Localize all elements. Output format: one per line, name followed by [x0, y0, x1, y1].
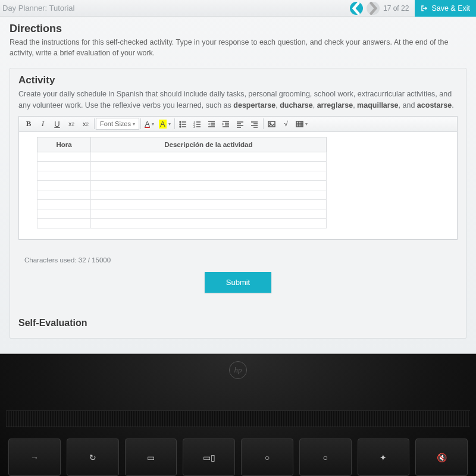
table-icon [296, 120, 303, 128]
svg-point-29 [270, 123, 271, 124]
page-body: Directions Read the instructions for thi… [0, 17, 476, 339]
align-left-button[interactable] [233, 117, 248, 130]
table-row[interactable] [37, 199, 327, 209]
table-header-hora: Hora [37, 137, 91, 152]
table-header-descripcion: Descripción de la actividad [91, 137, 327, 152]
submit-button[interactable]: Submit [205, 272, 271, 293]
superscript-button[interactable]: x2 [64, 117, 79, 130]
number-list-icon: 123 [193, 120, 201, 128]
toolbar-separator [94, 118, 95, 129]
directions-heading: Directions [10, 23, 466, 35]
next-page-button[interactable] [367, 2, 380, 15]
italic-button[interactable]: I [36, 117, 50, 130]
speaker-grille [6, 411, 470, 427]
number-list-button[interactable]: 123 [190, 117, 205, 130]
schedule-table[interactable]: Hora Descripción de la actividad [37, 137, 327, 228]
chevron-left-icon [350, 2, 363, 15]
image-icon [268, 120, 275, 128]
align-right-icon [250, 120, 258, 128]
editor-content[interactable]: Hora Descripción de la actividad [19, 132, 457, 239]
bold-button[interactable]: B [21, 117, 36, 130]
outdent-icon [208, 120, 215, 128]
indent-icon [222, 120, 230, 128]
toolbar-separator [174, 118, 175, 129]
highlight-color-button[interactable]: A [156, 117, 173, 130]
keyboard-key: 🔇 [415, 439, 468, 476]
keyboard-key: ○ [299, 439, 352, 476]
activity-panel: Activity Create your daily schedule in S… [10, 68, 466, 339]
svg-text:3: 3 [193, 125, 195, 128]
keyboard-row: →↻▭▭▯○○✦🔇 [0, 439, 476, 476]
charcount-label: Characters used: [24, 256, 79, 264]
submit-wrap: Submit [18, 272, 458, 293]
exit-icon [421, 5, 428, 12]
keyboard-key: ✦ [358, 439, 410, 476]
keyboard-key: ▭ [125, 439, 177, 476]
table-row[interactable] [37, 161, 327, 171]
bullet-list-button[interactable] [176, 117, 190, 130]
outdent-button[interactable] [205, 117, 219, 130]
keyboard-key: ▭▯ [183, 439, 235, 476]
equation-button[interactable]: √ [279, 117, 293, 130]
directions-text: Read the instructions for this self-chec… [10, 37, 466, 58]
bullet-list-icon [179, 120, 187, 128]
app-screen: Day Planner: Tutorial 17 of 22 Save & Ex… [0, 0, 476, 354]
table-row[interactable] [37, 171, 327, 180]
svg-point-0 [180, 121, 181, 123]
page-title: Day Planner: Tutorial [2, 4, 350, 12]
editor-toolbar: B I U x2 x2 Font Sizes A A 123 [19, 117, 457, 132]
image-button[interactable] [265, 117, 279, 130]
table-row[interactable] [37, 209, 327, 218]
page-progress: 17 of 22 [383, 4, 409, 12]
svg-point-4 [180, 126, 181, 127]
svg-point-2 [180, 124, 181, 125]
rich-text-editor: B I U x2 x2 Font Sizes A A 123 [18, 116, 458, 240]
chevron-right-icon [367, 2, 380, 15]
laptop-chassis: hp →↻▭▭▯○○✦🔇 [0, 354, 476, 476]
keyboard-key: → [8, 439, 61, 476]
activity-instructions: Create your daily schedule in Spanish th… [18, 89, 458, 111]
indent-button[interactable] [219, 117, 233, 130]
keyboard-key: ○ [241, 439, 293, 476]
subscript-button[interactable]: x2 [79, 117, 93, 130]
charcount-limit: 15000 [92, 256, 111, 264]
toolbar-separator [263, 118, 264, 129]
table-button[interactable] [293, 117, 310, 130]
table-row[interactable] [37, 190, 327, 199]
svg-rect-30 [296, 121, 303, 127]
save-exit-label: Save & Exit [431, 4, 470, 12]
hp-logo: hp [229, 361, 247, 379]
self-evaluation-heading: Self-Evaluation [18, 318, 458, 328]
align-right-button[interactable] [248, 117, 262, 130]
text-color-button[interactable]: A [142, 117, 156, 130]
toolbar-separator [140, 118, 141, 129]
activity-heading: Activity [18, 74, 458, 86]
font-size-select[interactable]: Font Sizes [96, 118, 139, 130]
save-exit-button[interactable]: Save & Exit [415, 0, 476, 17]
underline-button[interactable]: U [50, 117, 64, 130]
align-left-icon [236, 120, 244, 128]
prev-page-button[interactable] [350, 2, 363, 15]
charcount-used: 32 [79, 256, 86, 264]
table-row[interactable] [37, 180, 327, 190]
character-counter: Characters used: 32 / 15000 [18, 240, 458, 264]
table-row[interactable] [37, 218, 327, 228]
top-bar: Day Planner: Tutorial 17 of 22 Save & Ex… [0, 0, 476, 17]
table-row[interactable] [37, 152, 327, 161]
keyboard-key: ↻ [67, 439, 119, 476]
